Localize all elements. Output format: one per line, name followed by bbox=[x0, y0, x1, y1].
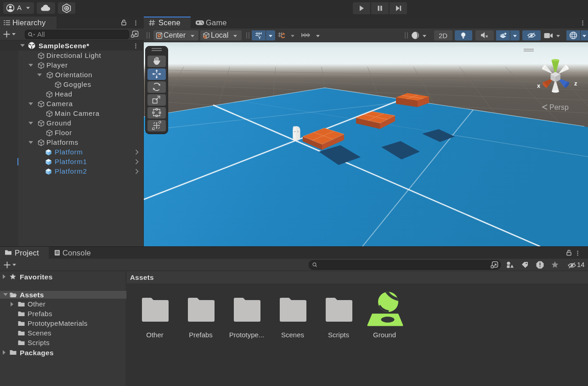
svg-text:z: z bbox=[574, 80, 577, 87]
svg-text:Persp: Persp bbox=[549, 103, 569, 111]
svg-text:x: x bbox=[537, 82, 541, 89]
svg-text:Y: Y bbox=[258, 35, 261, 40]
svg-text:D: D bbox=[65, 6, 68, 11]
